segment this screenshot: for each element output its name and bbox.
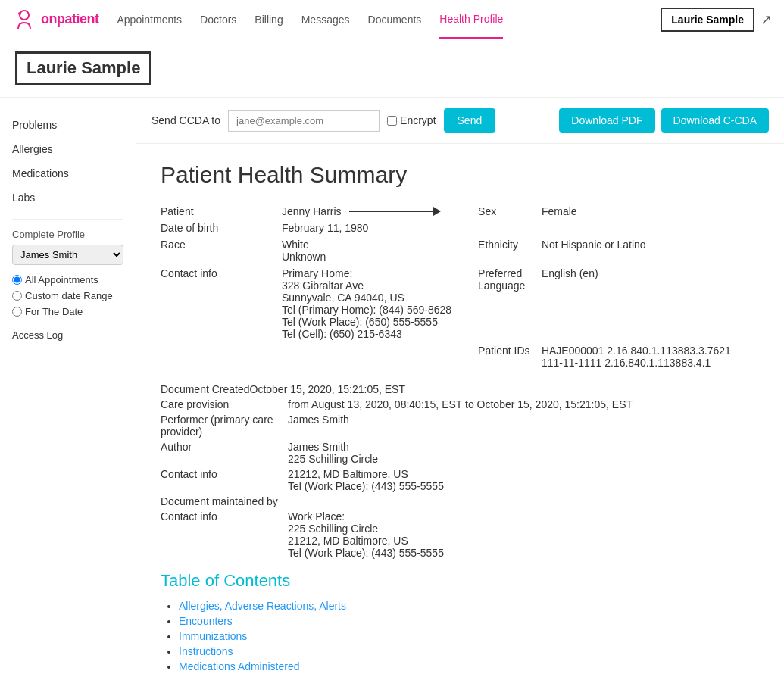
list-item: Instructions xyxy=(179,645,760,657)
encrypt-label: Encrypt xyxy=(400,114,436,126)
send-button[interactable]: Send xyxy=(444,108,496,133)
contact3-value: Work Place:225 Schilling Circle21212, MD… xyxy=(288,510,444,559)
radio-all-label: All Appointments xyxy=(25,274,98,286)
send-ccda-bar: Send CCDA to Encrypt Send Download PDF D… xyxy=(136,98,784,144)
doc-created-value: October 15, 2020, 15:21:05, EST xyxy=(250,383,405,395)
patient-ids-row: Patient IDs HAJE000001 2.16.840.1.113883… xyxy=(161,342,760,371)
nav-links: Appointments Doctors Billing Messages Do… xyxy=(117,1,661,39)
svg-point-0 xyxy=(20,11,29,20)
author-value: James Smith225 Schilling Circle xyxy=(288,441,378,465)
nav-doctors[interactable]: Doctors xyxy=(200,2,236,38)
contact3-row: Contact info Work Place:225 Schilling Ci… xyxy=(161,510,760,559)
doc-maintained-label: Document maintained by xyxy=(161,495,278,507)
nav-billing[interactable]: Billing xyxy=(255,2,283,38)
dob-value: February 11, 1980 xyxy=(282,220,478,236)
contact-value: Primary Home: 328 Gibraltar Ave Sunnyval… xyxy=(282,265,478,342)
download-ccda-button[interactable]: Download C-CDA xyxy=(661,108,769,133)
contact-label: Contact info xyxy=(161,265,282,342)
nav-right: Laurie Sample ↗ xyxy=(661,8,772,32)
list-item: Encounters xyxy=(179,615,760,627)
radio-all-appointments[interactable]: All Appointments xyxy=(12,274,123,286)
race-value: WhiteUnknown xyxy=(282,236,478,265)
radio-custom-range[interactable]: Custom date Range xyxy=(12,290,123,301)
doc-title: Patient Health Summary xyxy=(161,162,760,188)
logo-icon xyxy=(12,8,36,32)
content-area: Send CCDA to Encrypt Send Download PDF D… xyxy=(136,98,784,674)
complete-profile-label: Complete Profile xyxy=(12,229,123,240)
toc-title: Table of Contents xyxy=(161,571,760,591)
sidebar-item-problems[interactable]: Problems xyxy=(12,113,123,137)
empty3 xyxy=(161,342,282,371)
contact3-label: Contact info xyxy=(161,510,282,559)
radio-date-label: For The Date xyxy=(25,306,83,317)
sidebar-item-allergies[interactable]: Allergies xyxy=(12,137,123,161)
performer-label: Performer (primary care provider) xyxy=(161,413,282,438)
race-label: Race xyxy=(161,236,282,265)
encrypt-wrap: Encrypt xyxy=(387,114,436,126)
list-item: Medications Administered xyxy=(179,660,760,672)
doc-created-row: Document CreatedOctober 15, 2020, 15:21:… xyxy=(161,383,760,395)
contact2-row: Contact info 21212, MD Baltimore, USTel … xyxy=(161,468,760,492)
download-pdf-button[interactable]: Download PDF xyxy=(559,108,654,133)
patient-name-box: Laurie Sample xyxy=(15,51,151,85)
ethnicity-label: Ethnicity xyxy=(478,236,542,265)
care-provision-value: from August 13, 2020, 08:40:15, EST to O… xyxy=(288,398,633,410)
sidebar-item-labs[interactable]: Labs xyxy=(12,186,123,210)
sidebar-item-medications[interactable]: Medications xyxy=(12,161,123,186)
radio-custom-label: Custom date Range xyxy=(25,290,113,301)
nav-appointments[interactable]: Appointments xyxy=(117,2,183,38)
doc-created-label: Document Created xyxy=(161,383,250,395)
arrow-line xyxy=(349,211,440,212)
external-link-icon[interactable]: ↗ xyxy=(761,11,772,28)
radio-custom-input[interactable] xyxy=(12,291,22,301)
patient-name-text: Jenny Harris xyxy=(282,205,342,217)
toc-med-admin-link[interactable]: Medications Administered xyxy=(179,660,300,672)
sidebar: Problems Allergies Medications Labs Comp… xyxy=(0,98,136,674)
performer-value: James Smith xyxy=(288,413,349,438)
nav-health-profile[interactable]: Health Profile xyxy=(439,1,503,39)
dob-label: Date of birth xyxy=(161,220,282,236)
user-menu-button[interactable]: Laurie Sample xyxy=(661,8,754,32)
document-area: Patient Health Summary Patient Jenny Har… xyxy=(136,144,784,674)
race-row: Race WhiteUnknown Ethnicity Not Hispanic… xyxy=(161,236,760,265)
list-item: Allergies, Adverse Reactions, Alerts xyxy=(179,600,760,612)
patient-ids-value: HAJE000001 2.16.840.1.113883.3.7621 111-… xyxy=(542,342,760,371)
patient-ids-label: Patient IDs xyxy=(478,342,542,371)
access-log-link[interactable]: Access Log xyxy=(12,326,123,344)
preferred-lang-value: English (en) xyxy=(542,265,760,342)
radio-group: All Appointments Custom date Range For T… xyxy=(12,274,123,317)
preferred-lang-label: PreferredLanguage xyxy=(478,265,542,342)
contact2-value: 21212, MD Baltimore, USTel (Work Place):… xyxy=(288,468,444,492)
send-ccda-label: Send CCDA to xyxy=(151,114,220,126)
doctor-select[interactable]: James Smith xyxy=(12,245,123,265)
encrypt-checkbox[interactable] xyxy=(387,116,397,126)
top-nav: onpatient Appointments Doctors Billing M… xyxy=(0,0,784,39)
nav-documents[interactable]: Documents xyxy=(368,2,422,38)
empty2 xyxy=(542,220,760,236)
toc-immunizations-link[interactable]: Immunizations xyxy=(179,630,247,642)
radio-all-input[interactable] xyxy=(12,275,22,285)
page-header: Laurie Sample xyxy=(0,39,784,98)
toc-allergies-link[interactable]: Allergies, Adverse Reactions, Alerts xyxy=(179,600,346,612)
logo[interactable]: onpatient xyxy=(12,8,99,32)
author-label: Author xyxy=(161,441,282,465)
empty4 xyxy=(282,342,478,371)
radio-date-input[interactable] xyxy=(12,307,22,317)
logo-text: onpatient xyxy=(41,11,99,27)
sidebar-divider xyxy=(12,219,123,220)
patient-name-value: Jenny Harris xyxy=(282,203,478,220)
toc-instructions-link[interactable]: Instructions xyxy=(179,645,233,657)
toc-encounters-link[interactable]: Encounters xyxy=(179,615,233,627)
nav-messages[interactable]: Messages xyxy=(301,2,350,38)
radio-for-date[interactable]: For The Date xyxy=(12,306,123,317)
empty1 xyxy=(478,220,542,236)
care-provision-label: Care provision xyxy=(161,398,282,410)
toc-list: Allergies, Adverse Reactions, Alerts Enc… xyxy=(161,600,760,674)
email-input[interactable] xyxy=(228,110,380,132)
svg-point-1 xyxy=(18,12,21,15)
patient-info-table: Patient Jenny Harris Sex Female Date of … xyxy=(161,203,760,371)
patient-label: Patient xyxy=(161,203,282,220)
performer-row: Performer (primary care provider) James … xyxy=(161,413,760,438)
doc-maintained-row: Document maintained by xyxy=(161,495,760,507)
patient-name: Laurie Sample xyxy=(27,58,140,77)
